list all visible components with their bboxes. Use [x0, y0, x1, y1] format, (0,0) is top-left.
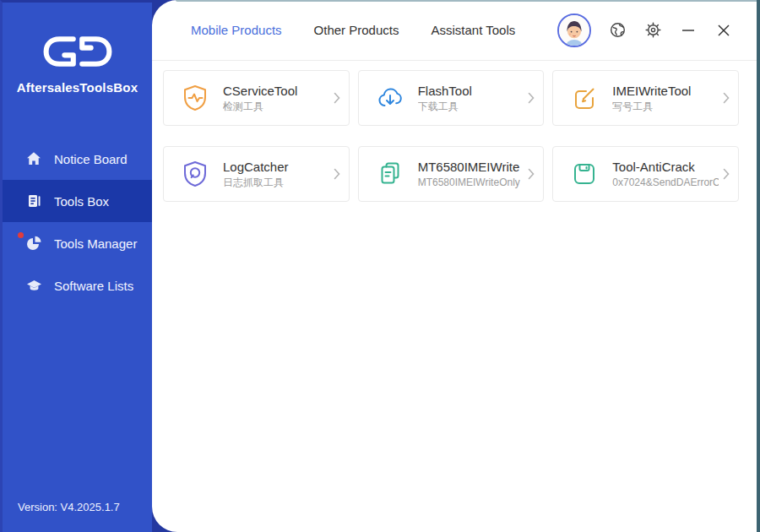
shield-search-icon: [181, 160, 209, 188]
app-name: AftersalesToolsBox: [3, 80, 152, 95]
sidebar-item-software-lists[interactable]: Software Lists: [3, 264, 152, 307]
tool-card-flashtool[interactable]: FlashTool 下载工具: [358, 70, 545, 126]
chevron-right-icon: [723, 92, 730, 104]
chevron-right-icon: [334, 92, 340, 104]
tool-card-text: FlashTool 下载工具: [418, 83, 472, 113]
floppy-disk-icon: [570, 160, 599, 188]
pie-chart-icon: [25, 235, 42, 252]
globe-icon[interactable]: [603, 16, 632, 45]
sidebar-item-notice-board[interactable]: Notice Board: [3, 138, 152, 180]
tools-box-icon: [25, 193, 42, 209]
edit-square-icon: [570, 84, 599, 112]
tool-title: MT6580IMEIWrite: [418, 159, 520, 176]
sidebar-item-label: Tools Box: [54, 194, 109, 209]
tool-title: IMEIWriteTool: [612, 83, 691, 100]
header-controls: [557, 14, 738, 47]
notification-dot: [18, 232, 24, 238]
tool-card-imeiwritetool[interactable]: IMEIWriteTool 写号工具: [552, 70, 739, 126]
product-tabs: Mobile Products Other Products Assistant…: [189, 18, 517, 42]
tool-subtitle: 日志抓取工具: [223, 176, 289, 189]
home-icon: [25, 150, 42, 167]
chevron-right-icon: [334, 168, 340, 180]
tool-subtitle: 0x7024&SendDAErrorC: [612, 176, 719, 189]
window-right-edge: [757, 0, 760, 532]
tool-card-grid: CServiceTool 检测工具 FlashTool 下: [163, 70, 739, 202]
window-top-edge: [176, 0, 760, 2]
chevron-right-icon: [528, 92, 535, 104]
close-icon[interactable]: [709, 16, 738, 45]
tool-subtitle: 下载工具: [418, 100, 472, 113]
tool-card-text: MT6580IMEIWrite MT6580IMEIWriteOnly: [418, 159, 520, 189]
tool-card-anticrack[interactable]: Tool-AntiCrack 0x7024&SendDAErrorC: [552, 146, 739, 202]
tool-title: FlashTool: [418, 83, 472, 100]
shield-pulse-icon: [181, 84, 209, 112]
tool-subtitle: 检测工具: [223, 100, 297, 113]
sidebar-item-label: Software Lists: [54, 279, 133, 293]
cloud-download-icon: [376, 84, 404, 112]
avatar[interactable]: [557, 14, 591, 47]
tool-subtitle: 写号工具: [612, 100, 691, 113]
sidebar-item-label: Tools Manager: [54, 236, 137, 251]
gear-icon[interactable]: [638, 16, 667, 45]
header-bar: Mobile Products Other Products Assistant…: [152, 0, 760, 61]
sidebar-item-tools-manager[interactable]: Tools Manager: [3, 222, 152, 264]
sidebar-item-label: Notice Board: [54, 152, 128, 166]
tool-card-text: IMEIWriteTool 写号工具: [612, 83, 691, 113]
tool-card-text: Tool-AntiCrack 0x7024&SendDAErrorC: [612, 159, 719, 189]
tool-card-text: LogCatcher 日志抓取工具: [223, 159, 289, 189]
tool-card-cservicetool[interactable]: CServiceTool 检测工具: [163, 70, 350, 126]
chevron-right-icon: [528, 168, 535, 180]
copy-docs-icon: [376, 160, 404, 188]
tab-other-products[interactable]: Other Products: [312, 18, 401, 42]
tool-card-text: CServiceTool 检测工具: [223, 83, 297, 113]
graduation-cap-icon: [25, 277, 42, 294]
app-window: AftersalesToolsBox Notice Board: [0, 0, 760, 532]
tool-title: LogCatcher: [223, 159, 289, 176]
tool-title: CServiceTool: [223, 83, 297, 100]
tab-mobile-products[interactable]: Mobile Products: [189, 18, 284, 42]
sidebar-menu: Notice Board Tools Box: [3, 138, 152, 307]
sidebar: AftersalesToolsBox Notice Board: [0, 0, 152, 532]
tool-card-mt6580imeiwrite[interactable]: MT6580IMEIWrite MT6580IMEIWriteOnly: [358, 146, 545, 202]
logo-block: AftersalesToolsBox: [3, 3, 152, 119]
app-logo-icon: [42, 35, 113, 68]
sidebar-item-tools-box[interactable]: Tools Box: [3, 180, 152, 222]
tab-assistant-tools[interactable]: Assistant Tools: [429, 18, 517, 42]
version-label: Version: V4.2025.1.7: [18, 501, 120, 513]
chevron-right-icon: [723, 168, 730, 180]
main-panel: Mobile Products Other Products Assistant…: [152, 0, 760, 532]
tool-card-logcatcher[interactable]: LogCatcher 日志抓取工具: [163, 146, 350, 202]
tool-title: Tool-AntiCrack: [612, 159, 719, 176]
minimize-icon[interactable]: [674, 16, 703, 45]
tool-subtitle: MT6580IMEIWriteOnly: [418, 176, 520, 189]
